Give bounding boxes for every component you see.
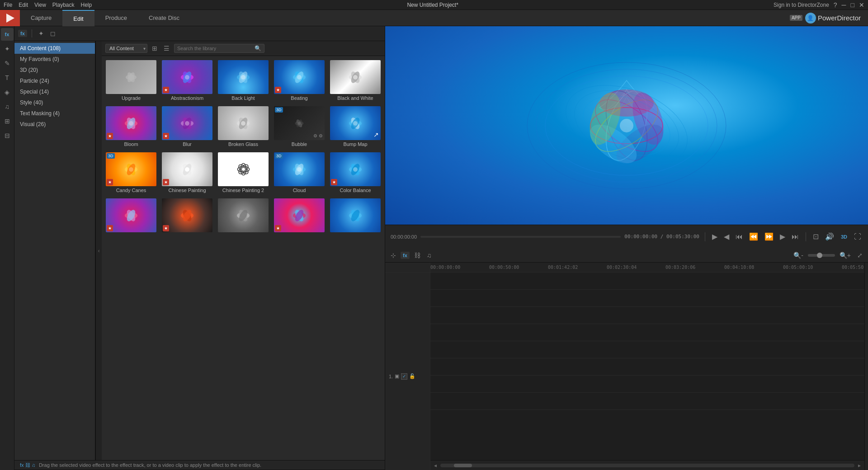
prev-frame-btn[interactable]: ◀ — [722, 231, 731, 242]
flower-upgrade-icon — [118, 64, 145, 91]
zoom-slider[interactable] — [808, 254, 835, 257]
effect-row4-3[interactable] — [217, 197, 270, 235]
content-toolbar: All Content 3D Only My Favorites ▾ ⊞ ☰ 🔍 — [102, 41, 385, 56]
ruler-mark-6: 00:05:00:10 — [783, 265, 813, 270]
play-btn[interactable]: ▶ — [711, 231, 719, 242]
tab-edit[interactable]: Edit — [62, 10, 94, 26]
effect-row4-2[interactable]: ★ — [160, 197, 214, 235]
track-content-2a — [430, 341, 864, 358]
cat-text-masking[interactable]: Text Masking (4) — [14, 108, 95, 119]
effect-bubble[interactable]: 3D ⚙ ⚙ — [273, 105, 326, 148]
collapse-panel-button[interactable]: ‹ — [95, 41, 102, 460]
link-icon[interactable]: ⛓ — [412, 251, 422, 260]
next-btn[interactable]: ⏩ — [763, 231, 775, 242]
effect-blackwhite[interactable]: Black and White — [329, 59, 382, 102]
left-sidebar: fx ✦ ✎ T ◈ ♫ ⊞ ⊟ — [0, 26, 14, 470]
preview-timecode-left: 00:00:00:00 — [391, 234, 417, 240]
effect-brokenglass[interactable]: Broken Glass — [217, 105, 270, 148]
menu-edit[interactable]: Edit — [19, 2, 28, 8]
effect-row4-5[interactable] — [329, 197, 382, 235]
menu-file[interactable]: File — [4, 2, 12, 8]
cat-my-favorites[interactable]: My Favorites (0) — [14, 54, 95, 65]
svg-point-89 — [620, 119, 633, 132]
left-icon-star[interactable]: ✦ — [1, 42, 14, 55]
eraser-icon[interactable]: ◻ — [48, 29, 57, 38]
wand-icon[interactable]: ✦ — [37, 29, 46, 38]
effect-candycanes[interactable]: 3D ★ Candy Canes — [104, 151, 158, 194]
effect-upgrade[interactable]: Upgrade — [104, 59, 158, 102]
cat-3d[interactable]: 3D (20) — [14, 65, 95, 75]
fit-icon[interactable]: ⤢ — [855, 251, 864, 260]
zoom-in-icon[interactable]: 🔍+ — [838, 251, 853, 260]
effect-backlight[interactable]: Back Light — [217, 59, 270, 102]
preview-seekbar[interactable] — [420, 236, 621, 238]
left-icon-shape[interactable]: ◈ — [1, 86, 14, 99]
ruler-mark-4: 00:03:20:06 — [665, 265, 695, 270]
close-icon[interactable]: ✕ — [859, 1, 864, 9]
help-icon[interactable]: ? — [834, 1, 837, 9]
prev-btn[interactable]: ⏪ — [748, 231, 760, 242]
tab-produce[interactable]: Produce — [94, 10, 138, 26]
left-icon-grid-add[interactable]: ⊞ — [1, 115, 14, 127]
menu-playback[interactable]: Playback — [52, 2, 75, 8]
effect-bumpmap[interactable]: ↗ Bump Map — [329, 105, 382, 148]
effect-colorbalance[interactable]: ★ Color Balance — [329, 151, 382, 194]
audio-icon[interactable]: ♫ — [425, 251, 434, 260]
scroll-thumb[interactable] — [454, 464, 472, 467]
effect-blur[interactable]: ★ Blur — [160, 105, 214, 148]
cat-special[interactable]: Special (14) — [14, 86, 95, 97]
search-input[interactable] — [177, 46, 255, 51]
grid-view-icon[interactable]: ⊞ — [150, 44, 159, 53]
timeline-toolbar: ⊹ fx ⛓ ♫ 🔍- 🔍+ ⤢ — [385, 248, 868, 263]
left-icon-grid-remove[interactable]: ⊟ — [1, 129, 14, 142]
svg-point-47 — [185, 167, 189, 172]
loop-btn[interactable]: ⊡ — [811, 231, 820, 242]
ctrl-sep-2 — [806, 232, 806, 241]
track-lock-1v[interactable]: 🔓 — [409, 373, 415, 379]
effect-abstractionism[interactable]: ★ Abstractionism — [160, 59, 214, 102]
scroll-right-icon[interactable]: ▸ — [858, 462, 861, 469]
svg-point-52 — [241, 167, 245, 171]
drag-hint-bar: fx ⛓ ♫ Drag the selected video effect to… — [14, 460, 385, 470]
menu-view[interactable]: View — [34, 2, 46, 8]
cat-visual[interactable]: Visual (26) — [14, 119, 95, 130]
flower-row4-1-icon — [118, 202, 145, 229]
effect-thumb-bumpmap: ↗ — [330, 106, 381, 140]
tab-capture[interactable]: Capture — [20, 10, 62, 26]
scroll-track[interactable] — [440, 464, 854, 467]
cat-style[interactable]: Style (40) — [14, 97, 95, 108]
content-filter-dropdown[interactable]: All Content 3D Only My Favorites — [105, 44, 147, 53]
effect-chinesepainting2[interactable]: Chinese Painting 2 — [217, 151, 270, 194]
contour-group — [527, 62, 726, 189]
effect-row4-1[interactable]: ★ — [104, 197, 158, 235]
volume-btn[interactable]: 🔊 — [824, 231, 835, 242]
ruler-mark-2: 00:01:42:02 — [548, 265, 578, 270]
end-btn[interactable]: ⏭ — [790, 231, 800, 242]
effect-bloom[interactable]: ★ Bloom — [104, 105, 158, 148]
right-actions: Sign in to DirectorZone ? ─ □ ✕ — [774, 1, 864, 9]
snap-icon[interactable]: ⊹ — [389, 251, 398, 260]
left-icon-pen[interactable]: ✎ — [1, 57, 14, 70]
next-frame-btn[interactable]: ▶ — [778, 231, 787, 242]
zoom-out-icon[interactable]: 🔍- — [792, 251, 805, 260]
tab-create-disc[interactable]: Create Disc — [138, 10, 190, 26]
effect-chinesepainting[interactable]: ★ Chinese Painting — [160, 151, 214, 194]
left-icon-text[interactable]: T — [1, 71, 14, 84]
rewind-btn[interactable]: ⏮ — [734, 231, 744, 242]
effect-row4-4[interactable]: ★ — [273, 197, 326, 235]
scroll-left-icon[interactable]: ◂ — [434, 462, 437, 469]
maximize-icon[interactable]: □ — [851, 1, 854, 9]
cat-all-content[interactable]: All Content (108) — [14, 43, 95, 54]
cat-particle[interactable]: Particle (24) — [14, 75, 95, 86]
list-view-icon[interactable]: ☰ — [162, 44, 171, 53]
effect-cloud[interactable]: 3D Cloud — [273, 151, 326, 194]
timeline-vertical-scrollbar[interactable] — [864, 263, 868, 470]
track-check-1v[interactable] — [401, 373, 407, 380]
fullscreen-btn[interactable]: ⛶ — [853, 231, 863, 242]
menu-help[interactable]: Help — [81, 2, 92, 8]
effect-beating[interactable]: ★ Beating — [273, 59, 326, 102]
left-icon-music[interactable]: ♫ — [1, 100, 14, 113]
sign-in-link[interactable]: Sign in to DirectorZone — [774, 2, 829, 8]
minimize-icon[interactable]: ─ — [842, 1, 846, 9]
left-icon-fx[interactable]: fx — [1, 28, 14, 41]
